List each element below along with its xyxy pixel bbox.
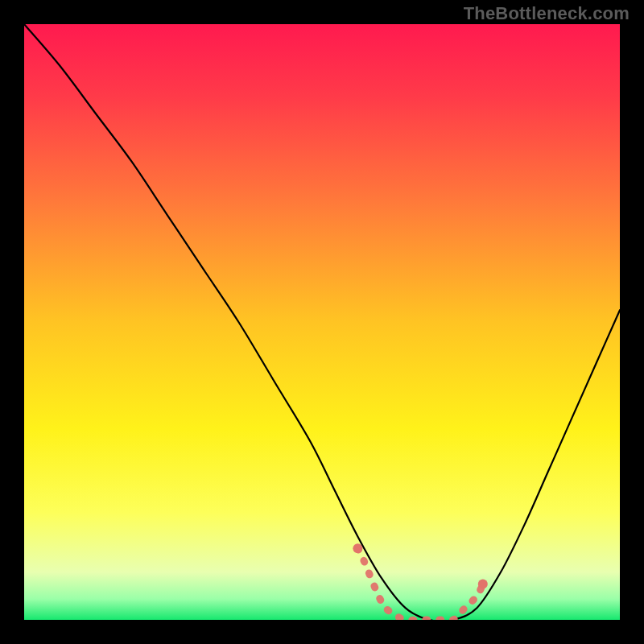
optimal-zone-endpoint [478,580,488,589]
gradient-background [24,24,620,620]
chart-frame: TheBottleneck.com [0,0,644,644]
optimal-zone-endpoint [353,543,362,553]
bottleneck-chart [0,0,644,644]
